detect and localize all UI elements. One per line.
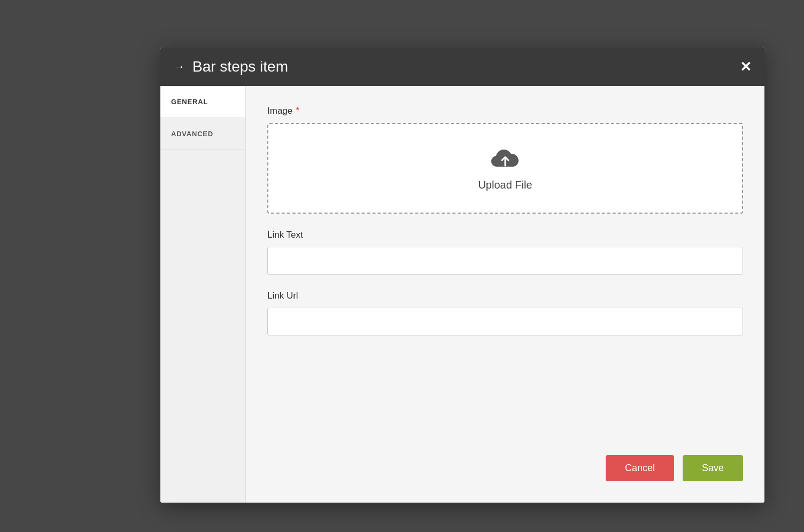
link-text-label: Link Text (267, 230, 743, 240)
header-arrow-icon: → (173, 60, 185, 74)
link-text-section: Link Text (267, 230, 743, 275)
upload-zone[interactable]: Upload File (267, 123, 743, 214)
tab-general[interactable]: GENERAL (160, 86, 245, 118)
modal-form-content: Image * Upload File (246, 86, 764, 444)
save-button[interactable]: Save (683, 455, 743, 481)
modal-tabs: GENERAL ADVANCED (160, 86, 246, 503)
modal-dialog: → Bar steps item ✕ GENERAL ADVANCED Imag… (160, 48, 764, 503)
link-url-label: Link Url (267, 291, 743, 301)
modal-body: GENERAL ADVANCED Image * (160, 86, 764, 503)
image-section: Image * Upload File (267, 105, 743, 214)
cancel-button[interactable]: Cancel (606, 455, 674, 481)
link-url-section: Link Url (267, 291, 743, 335)
tab-advanced[interactable]: ADVANCED (160, 118, 245, 150)
upload-cloud-icon (489, 146, 521, 173)
upload-label: Upload File (478, 179, 532, 191)
modal-header: → Bar steps item ✕ (160, 48, 764, 86)
required-indicator: * (296, 105, 299, 116)
link-text-input[interactable] (267, 247, 743, 275)
link-url-input[interactable] (267, 308, 743, 335)
modal-footer: Cancel Save (246, 444, 764, 503)
image-label-text: Image (267, 106, 292, 116)
image-label: Image * (267, 105, 743, 116)
modal-title: Bar steps item (192, 58, 732, 75)
close-button[interactable]: ✕ (740, 60, 752, 74)
